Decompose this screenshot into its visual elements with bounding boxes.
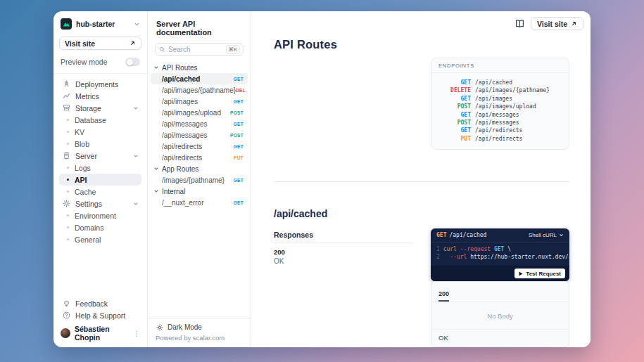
client-label: Shell cURL — [529, 232, 557, 238]
endpoint-method: DELETE — [438, 86, 471, 94]
method-badge: GET — [234, 178, 244, 183]
request-example-card: GET /api/cached Shell cURL 1 curl --requ… — [431, 228, 569, 281]
route-item[interactable]: /api/redirectsGET — [151, 141, 248, 152]
responses-heading: Responses — [274, 231, 313, 239]
visit-site-button-top[interactable]: Visit site — [531, 17, 583, 30]
sidebar-item-blob[interactable]: Blob — [59, 138, 141, 150]
book-icon[interactable] — [515, 19, 524, 28]
sidebar-item-deployments[interactable]: Deployments — [59, 78, 141, 90]
route-name: /api/images/upload — [162, 109, 221, 117]
endpoint-path: /api/redirects — [475, 135, 522, 143]
method-badge: GET — [234, 122, 244, 127]
chevron-down-icon — [133, 153, 139, 159]
chart-icon — [62, 92, 70, 100]
endpoint-method: GET — [438, 95, 471, 103]
sidebar-item-environment[interactable]: Environment — [59, 209, 141, 221]
workspace-name: hub-starter — [76, 20, 115, 28]
operation-title: /api/cached — [274, 208, 327, 219]
route-name: /api/images — [162, 98, 198, 105]
routes-list: API Routes /api/cachedGET /api/images/{p… — [148, 62, 251, 318]
route-item[interactable]: /api/images/{pathname}DEL — [151, 84, 248, 96]
line-number: 2 — [436, 254, 440, 260]
sidebar-item-storage[interactable]: Storage — [59, 102, 141, 114]
tab-200[interactable]: 200 — [438, 290, 449, 302]
endpoint-row[interactable]: GET/api/redirects — [438, 127, 562, 134]
sidebar-item-help[interactable]: Help & Support — [59, 309, 141, 321]
dark-mode-toggle[interactable]: Dark Mode — [156, 323, 243, 331]
bullet-icon — [67, 214, 69, 216]
response-footer: OK — [431, 330, 569, 347]
search-input[interactable]: Search ⌘K — [155, 43, 244, 56]
sidebar-item-settings[interactable]: Settings — [59, 198, 141, 209]
chevron-down-icon — [153, 65, 159, 70]
visit-site-button[interactable]: Visit site — [59, 37, 141, 50]
request-method: GET — [436, 232, 446, 238]
powered-by-link[interactable]: Powered by scalar.com — [156, 334, 243, 342]
arrow-up-right-icon — [571, 20, 577, 27]
endpoints-list: GET/api/cached DELETE/api/images/{pathna… — [431, 73, 569, 149]
user-menu[interactable]: Sébastien Chopin ⋮ — [59, 325, 141, 342]
play-icon — [519, 271, 523, 276]
kebab-menu-icon[interactable]: ⋮ — [133, 330, 140, 337]
group-label: App Routes — [162, 165, 198, 173]
bullet-icon — [67, 167, 69, 169]
route-item[interactable]: /api/messagesPOST — [151, 129, 248, 141]
group-internal[interactable]: Internal — [151, 186, 248, 197]
route-item[interactable]: /api/imagesGET — [151, 96, 248, 107]
bullet-icon — [67, 179, 69, 181]
sidebar-item-metrics[interactable]: Metrics — [59, 90, 141, 102]
route-name: /api/redirects — [162, 154, 202, 162]
sidebar-item-general[interactable]: General — [59, 233, 141, 245]
search-hotkey: ⌘K — [226, 45, 240, 54]
route-item[interactable]: /api/cachedGET — [151, 73, 248, 84]
sidebar-item-label: General — [75, 235, 101, 244]
endpoint-row[interactable]: GET/api/messages — [438, 111, 562, 119]
sidebar-item-api[interactable]: API — [59, 174, 141, 186]
sidebar-item-kv[interactable]: KV — [59, 126, 141, 138]
endpoint-row[interactable]: PUT/api/redirects — [438, 135, 562, 143]
sidebar-item-label: Storage — [75, 104, 101, 112]
route-item[interactable]: /api/messagesGET — [151, 118, 248, 129]
sidebar-item-feedback[interactable]: Feedback — [59, 297, 141, 309]
sidebar-item-label: Deployments — [75, 80, 118, 89]
preview-mode-label: Preview mode — [61, 58, 108, 66]
sidebar-item-label: Server — [75, 152, 97, 160]
rocket-icon — [62, 80, 70, 88]
sidebar-item-label: Database — [75, 116, 106, 124]
response-empty-body: No Body — [431, 302, 569, 330]
route-name: /images/{pathname} — [162, 176, 225, 184]
endpoint-row[interactable]: DELETE/api/images/{pathname} — [438, 86, 562, 94]
storage-icon — [62, 104, 70, 112]
sidebar-item-cache[interactable]: Cache — [59, 186, 141, 198]
test-request-button[interactable]: Test Request — [514, 269, 565, 278]
sidebar-item-label: Help & Support — [75, 311, 125, 320]
route-item[interactable]: /__nuxt_errorGET — [151, 197, 248, 208]
workspace-switcher[interactable]: hub-starter — [59, 18, 141, 30]
response-tabs: 200 — [431, 282, 569, 302]
route-name: /api/cached — [162, 75, 200, 83]
endpoint-method: GET — [438, 79, 471, 86]
sidebar-item-database[interactable]: Database — [59, 114, 141, 126]
route-item[interactable]: /api/images/uploadPOST — [151, 107, 248, 118]
group-api-routes[interactable]: API Routes — [151, 62, 248, 73]
route-item[interactable]: /images/{pathname}GET — [151, 174, 248, 186]
sidebar-item-server[interactable]: Server — [59, 150, 141, 162]
group-app-routes[interactable]: App Routes — [151, 163, 248, 174]
route-name: /__nuxt_error — [162, 199, 203, 207]
endpoint-row[interactable]: GET/api/images — [438, 95, 562, 103]
endpoint-row[interactable]: POST/api/images/upload — [438, 103, 562, 110]
client-selector[interactable]: Shell cURL — [529, 232, 564, 238]
endpoint-row[interactable]: GET/api/cached — [438, 79, 562, 86]
route-name: /api/messages — [162, 120, 207, 128]
preview-mode-toggle[interactable] — [125, 58, 140, 66]
sidebar-item-logs[interactable]: Logs — [59, 162, 141, 174]
route-item[interactable]: /api/redirectsPUT — [151, 152, 248, 163]
sidebar-item-domains[interactable]: Domains — [59, 221, 141, 233]
sidebar-item-label: Feedback — [75, 299, 108, 308]
endpoints-card: ENDPOINTS GET/api/cached DELETE/api/imag… — [431, 58, 569, 150]
endpoint-row[interactable]: POST/api/messages — [438, 119, 562, 127]
group-label: API Routes — [162, 64, 198, 72]
request-path: /api/cached — [449, 232, 486, 238]
method-badge: GET — [234, 77, 244, 82]
endpoint-method: GET — [438, 127, 471, 134]
